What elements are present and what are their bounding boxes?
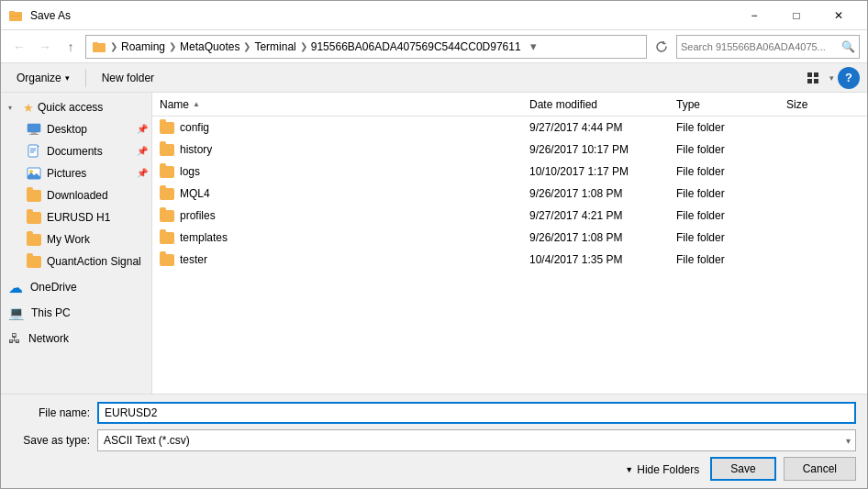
title-bar: Save As − □ ✕ [1, 1, 867, 30]
svg-rect-8 [814, 79, 818, 83]
breadcrumb-dropdown[interactable]: ▾ [525, 35, 543, 59]
savetype-row: Save as type: ASCII Text (*.csv) ▾ [12, 429, 856, 451]
network-icon: 🖧 [8, 331, 21, 346]
forward-button[interactable]: → [34, 36, 56, 58]
view-icon [807, 72, 819, 84]
up-button[interactable]: ↑ [60, 36, 82, 58]
filename-label: File name: [12, 406, 90, 419]
sidebar: ▾ ★ Quick access Desktop 📌 [1, 93, 152, 394]
search-bar: 🔍 [676, 35, 860, 59]
table-row[interactable]: profiles 9/27/2017 4:21 PM File folder [152, 205, 867, 227]
table-row[interactable]: templates 9/26/2017 1:08 PM File folder [152, 227, 867, 249]
hide-folders-toggle[interactable]: ▼ Hide Folders [621, 461, 703, 478]
file-name-cell: tester [160, 253, 529, 266]
help-button[interactable]: ? [838, 67, 860, 89]
hide-folders-chevron-icon: ▼ [625, 465, 633, 474]
filename-input[interactable] [97, 402, 856, 424]
thispc-header[interactable]: 💻 This PC [1, 302, 151, 324]
table-row[interactable]: history 9/26/2017 10:17 PM File folder [152, 139, 867, 161]
file-name-cell: config [160, 121, 529, 134]
back-button[interactable]: ← [8, 36, 30, 58]
file-name-cell: history [160, 143, 529, 156]
column-name[interactable]: Name ▲ [160, 98, 529, 111]
save-button[interactable]: Save [710, 457, 775, 481]
column-date[interactable]: Date modified [529, 98, 676, 111]
network-header[interactable]: 🖧 Network [1, 328, 151, 350]
savetype-select[interactable]: ASCII Text (*.csv) [97, 429, 856, 451]
breadcrumb-roaming[interactable]: Roaming [121, 40, 165, 53]
sidebar-documents-label: Documents [47, 145, 103, 158]
onedrive-label: OneDrive [30, 281, 77, 294]
network-section: 🖧 Network [1, 328, 151, 350]
sidebar-downloaded-label: Downloaded [47, 189, 108, 202]
folder-icon [160, 166, 174, 178]
sidebar-item-downloaded[interactable]: Downloaded [1, 184, 151, 206]
thispc-section: 💻 This PC [1, 302, 151, 324]
svg-rect-2 [10, 16, 21, 17]
onedrive-header[interactable]: ☁ OneDrive [1, 276, 151, 298]
cancel-button[interactable]: Cancel [784, 457, 856, 481]
thispc-label: This PC [31, 306, 71, 319]
file-list-header: Name ▲ Date modified Type Size [152, 93, 867, 117]
onedrive-section: ☁ OneDrive [1, 276, 151, 298]
view-button[interactable] [800, 67, 826, 89]
sidebar-item-desktop[interactable]: Desktop 📌 [1, 118, 151, 140]
sidebar-item-quantaction[interactable]: QuantAction Signal [1, 250, 151, 272]
minimize-button[interactable]: − [733, 1, 775, 30]
bottom-panel: File name: Save as type: ASCII Text (*.c… [1, 394, 867, 488]
table-row[interactable]: MQL4 9/26/2017 1:08 PM File folder [152, 183, 867, 205]
organize-label: Organize [17, 72, 61, 84]
column-type[interactable]: Type [676, 98, 786, 111]
breadcrumb-id[interactable]: 915566BA06ADA407569C544CC0D97611 [311, 40, 521, 53]
svg-rect-1 [9, 11, 15, 14]
folder-icon [160, 188, 174, 200]
window-title: Save As [30, 9, 71, 22]
folder-icon [160, 254, 174, 266]
sidebar-desktop-label: Desktop [47, 123, 87, 136]
pin-icon: 📌 [137, 168, 148, 179]
close-button[interactable]: ✕ [818, 1, 860, 30]
quick-access-header[interactable]: ▾ ★ Quick access [1, 96, 151, 118]
file-name-cell: logs [160, 165, 529, 178]
network-label: Network [28, 332, 69, 345]
sidebar-item-documents[interactable]: Documents 📌 [1, 140, 151, 162]
breadcrumb-metaquotes[interactable]: MetaQuotes [180, 40, 239, 53]
help-label: ? [845, 71, 852, 84]
sidebar-quantaction-label: QuantAction Signal [47, 255, 141, 268]
breadcrumb-terminal[interactable]: Terminal [254, 40, 295, 53]
refresh-button[interactable] [651, 36, 673, 58]
folder-icon [160, 144, 174, 156]
thispc-icon: 💻 [8, 306, 24, 320]
table-row[interactable]: config 9/27/2017 4:44 PM File folder [152, 117, 867, 139]
svg-rect-4 [93, 42, 98, 45]
quantaction-folder-icon [27, 254, 41, 269]
mywork-folder-icon [27, 232, 41, 247]
new-folder-button[interactable]: New folder [94, 67, 162, 89]
toolbar-right: ▾ ? [800, 67, 860, 89]
window-icon [8, 8, 23, 23]
table-row[interactable]: logs 10/10/2017 1:17 PM File folder [152, 161, 867, 183]
pin-icon: 📌 [137, 146, 148, 157]
cancel-label: Cancel [803, 462, 837, 475]
desktop-icon [27, 122, 41, 137]
column-size[interactable]: Size [786, 98, 860, 111]
sidebar-item-mywork[interactable]: My Work [1, 228, 151, 250]
documents-icon [27, 144, 41, 159]
sidebar-item-pictures[interactable]: Pictures 📌 [1, 162, 151, 184]
sidebar-mywork-label: My Work [47, 233, 90, 246]
file-name-cell: profiles [160, 209, 529, 222]
sidebar-item-eurusd[interactable]: EURUSD H1 [1, 206, 151, 228]
new-folder-label: New folder [102, 72, 154, 84]
file-name-cell: templates [160, 231, 529, 244]
downloaded-folder-icon [27, 188, 41, 203]
folder-icon [160, 210, 174, 222]
savetype-label: Save as type: [12, 434, 90, 447]
table-row[interactable]: tester 10/4/2017 1:35 PM File folder [152, 249, 867, 271]
organize-button[interactable]: Organize ▾ [8, 67, 78, 89]
pin-icon: 📌 [137, 124, 148, 135]
svg-rect-11 [29, 134, 39, 135]
maximize-button[interactable]: □ [775, 1, 818, 30]
search-icon: 🔍 [841, 40, 855, 53]
onedrive-icon: ☁ [8, 279, 23, 296]
search-input[interactable] [681, 41, 838, 52]
